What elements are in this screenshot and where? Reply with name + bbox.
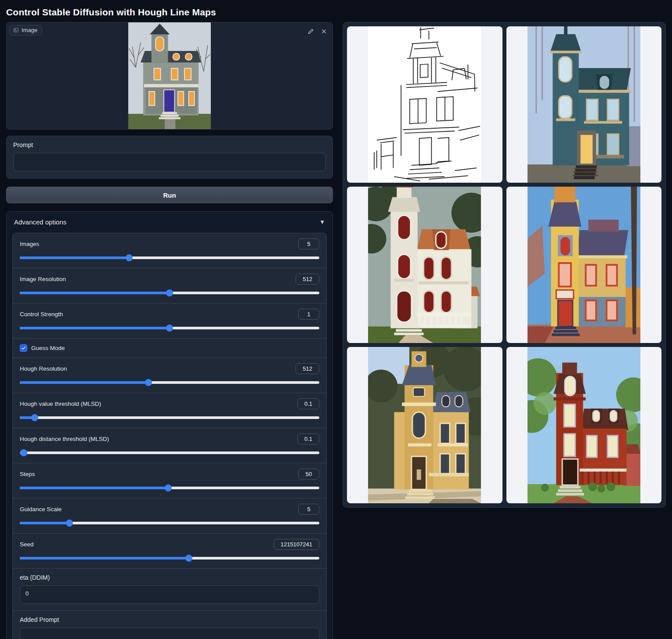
house-painting-gold [368, 347, 481, 503]
slider-thumb[interactable] [166, 325, 173, 332]
gallery-item-house-teal[interactable] [506, 26, 662, 183]
slider-row-seed: Seed 1215107241 [13, 533, 326, 568]
slider-thumb[interactable] [66, 520, 73, 527]
slider-value-input[interactable]: 5 [298, 238, 319, 249]
advanced-options-group: Images 5 Image Resolution 512 [12, 233, 327, 639]
added-prompt-label: Added Prompt [20, 616, 319, 623]
textbox-row-eta: eta (DDIM) 0 [13, 568, 326, 610]
slider-row-hough-value-threshold: Hough value threshold (MLSD) 0.1 [13, 393, 326, 428]
slider-value-input[interactable]: 0.1 [297, 433, 319, 444]
slider-row-hough-distance-threshold: Hough distance threshold (MLSD) 0.1 [13, 428, 326, 463]
accordion-arrow-icon: ▼ [319, 219, 325, 225]
checkbox-checked-icon[interactable] [20, 344, 27, 352]
slider-value-input[interactable]: 5 [298, 504, 319, 515]
slider-row-hough-resolution: Hough Resolution 512 [13, 358, 326, 393]
image-icon [13, 27, 19, 33]
slider-fill [20, 557, 189, 560]
added-prompt-input[interactable] [20, 628, 319, 639]
slider-hough-distance-threshold[interactable] [20, 449, 319, 456]
house-painting-white [368, 187, 481, 343]
slider-value-input[interactable]: 1 [298, 309, 319, 320]
slider-thumb[interactable] [126, 254, 133, 261]
gallery-item-house-yellow[interactable] [506, 187, 662, 343]
image-component-label: Image [9, 25, 42, 36]
run-button[interactable]: Run [6, 187, 333, 203]
slider-hough-value-threshold[interactable] [20, 414, 319, 421]
slider-fill [20, 256, 129, 259]
slider-guidance-scale[interactable] [20, 520, 319, 527]
slider-value-input[interactable]: 1215107241 [274, 539, 319, 550]
gallery-item-hough-line-map[interactable] [347, 26, 502, 183]
slider-steps[interactable] [20, 484, 319, 491]
slider-label: Hough value threshold (MLSD) [20, 401, 101, 407]
eta-input[interactable]: 0 [20, 585, 319, 604]
guess-mode-label: Guess Mode [31, 345, 65, 351]
slider-row-images: Images 5 [13, 233, 326, 268]
slider-thumb[interactable] [31, 414, 38, 421]
gallery-item-house-white[interactable] [347, 187, 502, 343]
gallery-item-house-gold[interactable] [347, 347, 502, 503]
slider-label: Image Resolution [20, 276, 66, 282]
edit-image-button[interactable] [305, 26, 316, 36]
prompt-label: Prompt [13, 141, 326, 148]
main-layout: Image [0, 22, 672, 639]
input-image-block[interactable]: Image [6, 22, 333, 130]
uploaded-house-photo [128, 22, 211, 130]
page-title: Control Stable Diffusion with Hough Line… [0, 0, 672, 22]
slider-thumb[interactable] [20, 449, 27, 456]
textbox-row-added-prompt: Added Prompt [13, 610, 326, 639]
slider-images[interactable] [20, 254, 319, 261]
eta-label: eta (DDIM) [20, 574, 319, 581]
slider-control-strength[interactable] [20, 325, 319, 332]
slider-value-input[interactable]: 50 [298, 469, 319, 480]
slider-track[interactable] [20, 416, 319, 419]
pencil-icon [307, 28, 314, 35]
slider-thumb[interactable] [165, 484, 172, 491]
gallery-item-house-red-brick[interactable] [506, 347, 662, 503]
slider-image-resolution[interactable] [20, 289, 319, 296]
close-icon [321, 28, 327, 35]
slider-label: Hough Resolution [20, 365, 67, 372]
slider-row-steps: Steps 50 [13, 463, 326, 498]
slider-row-control-strength: Control Strength 1 [13, 303, 326, 338]
advanced-options-header[interactable]: Advanced options ▼ [12, 217, 327, 227]
image-actions [305, 26, 329, 36]
hough-line-map-image [368, 26, 481, 183]
slider-row-guidance-scale: Guidance Scale 5 [13, 498, 326, 533]
advanced-options-title: Advanced options [14, 218, 66, 226]
slider-seed[interactable] [20, 555, 319, 562]
image-tab-text: Image [22, 27, 37, 33]
slider-thumb[interactable] [145, 379, 152, 386]
slider-label: Control Strength [20, 311, 63, 318]
prompt-panel: Prompt [6, 136, 333, 179]
slider-value-input[interactable]: 512 [296, 274, 319, 285]
slider-label: Hough distance threshold (MLSD) [20, 436, 109, 442]
house-painting-red-brick [527, 347, 640, 503]
slider-label: Images [20, 241, 39, 247]
slider-thumb[interactable] [166, 289, 173, 296]
slider-label: Guidance Scale [20, 506, 61, 513]
controls-column: Image [6, 22, 333, 639]
output-gallery [343, 22, 666, 508]
slider-fill [20, 522, 69, 524]
slider-fill [20, 292, 170, 294]
slider-thumb[interactable] [185, 555, 192, 562]
slider-fill [20, 487, 168, 489]
clear-image-button[interactable] [318, 26, 329, 36]
prompt-input[interactable] [13, 153, 326, 171]
slider-fill [20, 381, 148, 384]
house-painting-yellow [527, 187, 640, 343]
slider-value-input[interactable]: 512 [296, 363, 319, 374]
advanced-options-accordion: Advanced options ▼ Images 5 [6, 211, 333, 639]
output-column [343, 22, 666, 508]
slider-fill [20, 327, 170, 329]
slider-track[interactable] [20, 451, 319, 454]
slider-value-input[interactable]: 0.1 [297, 398, 319, 409]
slider-hough-resolution[interactable] [20, 379, 319, 386]
slider-label: Steps [20, 471, 35, 477]
guess-mode-checkbox-row[interactable]: Guess Mode [13, 338, 326, 358]
slider-row-image-resolution: Image Resolution 512 [13, 268, 326, 303]
house-painting-teal [527, 26, 640, 183]
slider-label: Seed [20, 541, 34, 548]
